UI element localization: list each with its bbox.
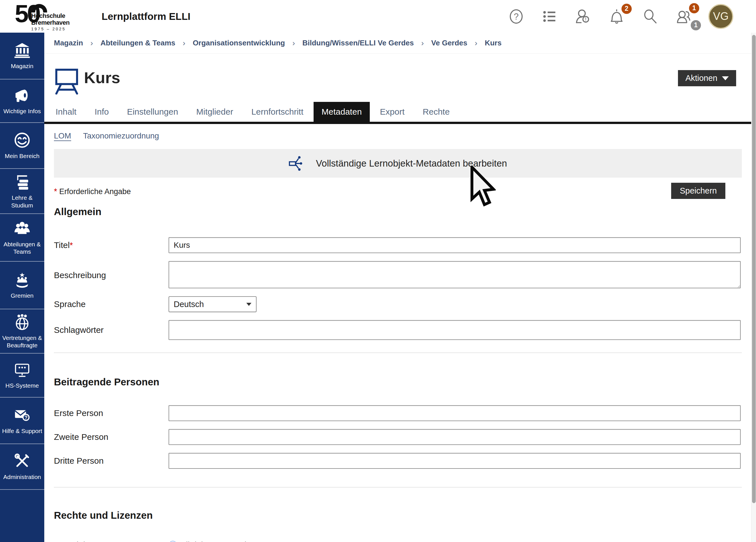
mail-question-icon: ? bbox=[13, 406, 31, 424]
edit-full-metadata-banner[interactable]: Vollständige Lernobjekt-Metadaten bearbe… bbox=[54, 149, 742, 178]
sprache-select[interactable]: Deutsch bbox=[169, 296, 257, 312]
beschreibung-textarea[interactable] bbox=[169, 261, 741, 288]
contacts-badge-top: 1 bbox=[689, 3, 699, 13]
sprache-selected-value: Deutsch bbox=[174, 300, 204, 309]
subtab-lom[interactable]: LOM bbox=[54, 131, 71, 140]
field-label-beschreibung: Beschreibung bbox=[54, 270, 169, 280]
breadcrumb-item[interactable]: Abteilungen & Teams bbox=[100, 39, 175, 47]
help-icon[interactable]: ? bbox=[507, 8, 525, 25]
sidebar-item-label: Wichtige Infos bbox=[2, 108, 42, 115]
app-title: Lernplattform ELLI bbox=[102, 11, 190, 22]
main-sidebar: Magazin Wichtige Infos Mein Bereich Lehr… bbox=[0, 33, 44, 542]
breadcrumb-item[interactable]: Organisationsentwicklung bbox=[193, 39, 285, 47]
field-label-copyright: Copyright bbox=[54, 540, 169, 542]
sidebar-item-gremien[interactable]: Gremien bbox=[0, 262, 44, 309]
sidebar-item-label: Abteilungen & Teams bbox=[0, 241, 44, 256]
breadcrumb-item[interactable]: Kurs bbox=[485, 39, 501, 47]
breadcrumb-separator: › bbox=[91, 39, 93, 48]
breadcrumb-item[interactable]: Ve Gerdes bbox=[431, 39, 467, 47]
breadcrumb-separator: › bbox=[183, 39, 185, 48]
field-label-dritte-person: Dritte Person bbox=[54, 456, 169, 466]
sidebar-item-label: Hilfe & Support bbox=[1, 427, 43, 435]
smiley-icon bbox=[13, 131, 31, 149]
monitor-icon bbox=[13, 361, 31, 379]
user-alert-icon[interactable]: ! bbox=[574, 8, 592, 25]
list-icon[interactable] bbox=[541, 8, 558, 25]
scrollbar-thumb[interactable] bbox=[752, 35, 756, 503]
section-title-allgemein: Allgemein bbox=[44, 206, 751, 217]
field-label-sprache: Sprache bbox=[54, 299, 169, 309]
section-title-beitragende: Beitragende Personen bbox=[44, 376, 751, 388]
bank-icon bbox=[13, 41, 31, 59]
copyright-option-label: All rights reserved bbox=[180, 541, 246, 542]
dritte-person-input[interactable] bbox=[169, 453, 741, 469]
vertical-scrollbar[interactable] bbox=[751, 33, 756, 542]
tab-mitglieder[interactable]: Mitglieder bbox=[188, 102, 241, 122]
erste-person-input[interactable] bbox=[169, 405, 741, 421]
tab-einstellungen[interactable]: Einstellungen bbox=[119, 102, 186, 122]
subtab-taxonomiezuordnung[interactable]: Taxonomiezuordnung bbox=[83, 131, 159, 140]
sidebar-item-label: Magazin bbox=[10, 62, 34, 70]
breadcrumb-item[interactable]: Magazin bbox=[54, 39, 83, 47]
section-divider bbox=[54, 487, 742, 488]
sidebar-item-vertretungen-beauftragte[interactable]: Vertretungen & Beauftragte bbox=[0, 309, 44, 354]
main-content: Magazin › Abteilungen & Teams › Organisa… bbox=[44, 33, 751, 542]
titel-input[interactable] bbox=[169, 237, 741, 253]
sidebar-item-abteilungen-teams[interactable]: Abteilungen & Teams bbox=[0, 214, 44, 262]
section-divider bbox=[54, 352, 742, 353]
sidebar-item-hs-systeme[interactable]: HS-Systeme bbox=[0, 354, 44, 398]
tab-inhalt[interactable]: Inhalt bbox=[48, 102, 84, 122]
sidebar-item-label: Gremien bbox=[10, 292, 35, 299]
breadcrumb-separator: › bbox=[475, 39, 477, 48]
sidebar-item-label: Administration bbox=[2, 473, 42, 481]
sidebar-item-label: Mein Bereich bbox=[4, 152, 41, 160]
bell-icon[interactable]: 2 bbox=[608, 8, 625, 25]
contacts-icon[interactable]: 1 1 bbox=[675, 8, 692, 25]
logo-years: 1975 – 2025 bbox=[31, 27, 66, 31]
schlagwoerter-input[interactable] bbox=[169, 320, 741, 340]
tab-export[interactable]: Export bbox=[372, 102, 413, 122]
svg-text:?: ? bbox=[24, 415, 28, 420]
actions-button[interactable]: Aktionen bbox=[678, 70, 736, 86]
sidebar-item-magazin[interactable]: Magazin bbox=[0, 33, 44, 79]
actions-button-label: Aktionen bbox=[685, 73, 717, 83]
metadata-nodes-icon bbox=[289, 154, 306, 173]
hochschule-bremerhaven-logo: 50 Hochschule Bremerhaven 1975 – 2025 bbox=[15, 2, 86, 31]
breadcrumb-item[interactable]: Bildung/Wissen/ELLI Ve Gerdes bbox=[303, 39, 414, 47]
sidebar-item-wichtige-infos[interactable]: Wichtige Infos bbox=[0, 79, 44, 123]
sidebar-item-mein-bereich[interactable]: Mein Bereich bbox=[0, 123, 44, 169]
search-icon[interactable] bbox=[641, 8, 659, 25]
tab-metadaten[interactable]: Metadaten bbox=[314, 102, 370, 122]
section-title-rechte-lizenzen: Rechte und Lizenzen bbox=[44, 510, 751, 521]
required-note-text: Erforderliche Angabe bbox=[59, 187, 131, 196]
sidebar-item-lehre-studium[interactable]: Lehre & Studium bbox=[0, 169, 44, 214]
breadcrumb: Magazin › Abteilungen & Teams › Organisa… bbox=[44, 33, 751, 54]
tab-lernfortschritt[interactable]: Lernfortschritt bbox=[243, 102, 311, 122]
sidebar-item-label: HS-Systeme bbox=[4, 382, 40, 389]
top-header: 50 Hochschule Bremerhaven 1975 – 2025 Le… bbox=[0, 0, 756, 33]
page-title: Kurs bbox=[84, 68, 120, 87]
breadcrumb-separator: › bbox=[421, 39, 424, 48]
breadcrumb-separator: › bbox=[292, 39, 295, 48]
avatar[interactable]: VG bbox=[708, 4, 733, 29]
globe-people-icon bbox=[13, 313, 31, 331]
logo-line1: Hochschule bbox=[31, 12, 70, 19]
tab-rechte[interactable]: Rechte bbox=[415, 102, 458, 122]
sidebar-item-hilfe-support[interactable]: ? Hilfe & Support bbox=[0, 398, 44, 444]
field-label-titel: Titel bbox=[54, 240, 70, 250]
copyright-radio[interactable] bbox=[169, 541, 177, 542]
committee-icon bbox=[13, 271, 31, 289]
course-easel-icon bbox=[54, 67, 79, 94]
people-icon bbox=[13, 220, 31, 237]
tab-bar: Inhalt Info Einstellungen Mitglieder Ler… bbox=[44, 102, 751, 124]
contacts-badge-bottom: 1 bbox=[691, 20, 701, 30]
logo-line2: Bremerhaven bbox=[31, 19, 70, 26]
field-label-erste-person: Erste Person bbox=[54, 408, 169, 418]
sidebar-item-label: Lehre & Studium bbox=[0, 194, 44, 209]
svg-text:!: ! bbox=[585, 16, 587, 22]
zweite-person-input[interactable] bbox=[169, 429, 741, 445]
sidebar-item-administration[interactable]: Administration bbox=[0, 444, 44, 490]
tab-info[interactable]: Info bbox=[87, 102, 117, 122]
banner-label: Vollständige Lernobjekt-Metadaten bearbe… bbox=[316, 158, 507, 169]
save-button[interactable]: Speichern bbox=[671, 183, 725, 199]
